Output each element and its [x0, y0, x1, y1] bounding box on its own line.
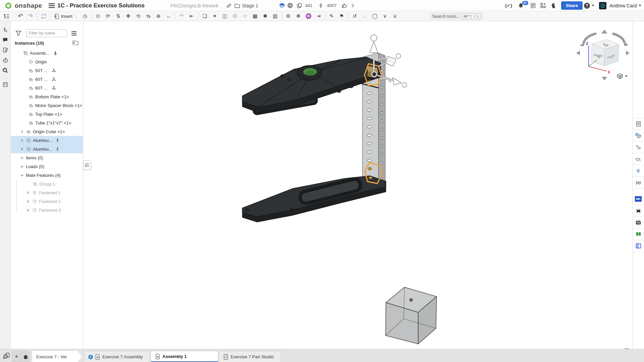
tree-item[interactable]: Items (0) — [11, 153, 83, 162]
split-view-icon[interactable]: ∨ — [380, 12, 390, 20]
list-view-icon[interactable] — [71, 31, 77, 36]
pin-slot-mate-icon[interactable]: ⇆ — [143, 12, 153, 20]
copies-icon[interactable] — [297, 0, 302, 11]
viewcube-arrow-down[interactable] — [602, 77, 607, 81]
tree-item[interactable]: Origin — [11, 57, 83, 66]
dimensions-panel-icon[interactable] — [633, 153, 644, 165]
new-tab-button[interactable]: + — [12, 351, 21, 362]
fastened-mate-icon[interactable]: ⊙ — [93, 12, 103, 20]
document-tab[interactable]: Exercise 7 - Ver — [32, 351, 82, 362]
dots-icon[interactable] — [56, 146, 59, 152]
panel-collapse-handle[interactable] — [83, 160, 91, 170]
origin-cube-part[interactable] — [386, 287, 437, 344]
graphics-viewport[interactable]: Z X Y Top Front Right — [83, 21, 632, 349]
green-book-app-icon[interactable] — [633, 228, 644, 240]
planar-mate-icon[interactable]: ✥ — [123, 12, 133, 20]
named-positions-icon[interactable]: ▥ — [270, 12, 280, 20]
viewcube-arrow-up[interactable] — [601, 30, 607, 34]
slider-mate-icon[interactable]: ⇅ — [113, 12, 123, 20]
help-icon[interactable]: ? — [584, 0, 594, 11]
publication-icon[interactable]: ⚑ — [337, 12, 347, 20]
snap-mode-icon[interactable]: ☞ — [240, 12, 250, 20]
dots-icon[interactable] — [56, 138, 59, 143]
versions-count-icon[interactable] — [319, 0, 323, 11]
mk-app-icon[interactable]: MK — [633, 193, 644, 205]
notifications-bell-icon[interactable]: 9+ — [518, 0, 524, 11]
chevron-right-icon[interactable] — [26, 191, 30, 195]
document-tab[interactable]: iExercise 7 Assembly — [84, 351, 150, 362]
viewcube-arrow-left[interactable] — [576, 51, 580, 55]
relations-icon[interactable]: ⚙ — [283, 12, 293, 20]
top-plate-part[interactable] — [242, 57, 381, 113]
configurations-panel-icon[interactable] — [633, 130, 644, 142]
section-view-icon[interactable]: ↺ — [350, 12, 360, 20]
viewcube-arrow-right[interactable] — [626, 51, 630, 55]
tree-item[interactable]: 50T ... — [11, 66, 83, 75]
tree-item[interactable]: Fastened 2 — [11, 197, 83, 206]
viewcube-rotate-left[interactable] — [584, 34, 596, 43]
tree-item[interactable]: Assemb... — [11, 49, 83, 57]
cylindrical-mate-icon[interactable]: ⟲ — [133, 12, 143, 20]
tree-item[interactable]: Aluminu... — [11, 145, 83, 153]
featurescript-panel-icon[interactable]: {x} — [633, 177, 644, 189]
bottom-plate-part[interactable] — [242, 176, 386, 222]
search-tools[interactable]: Search tools... alt/⌥ c — [430, 12, 483, 20]
gem-app-icon[interactable] — [633, 165, 644, 177]
public-globe-icon[interactable] — [287, 0, 293, 11]
chevron-down-icon[interactable] — [19, 156, 24, 160]
learning-center-icon[interactable] — [551, 0, 557, 11]
update-linked-documents-icon[interactable] — [39, 12, 49, 20]
circular-pattern-icon[interactable]: ⚇ — [230, 12, 240, 20]
derived-panel-icon[interactable] — [633, 142, 644, 153]
document-tab[interactable]: Assembly 1 — [151, 351, 218, 362]
mate-limits-icon[interactable]: ⇤ — [187, 12, 197, 20]
show-mates-icon[interactable]: ◯ — [370, 12, 380, 20]
release-tasks-icon[interactable] — [530, 0, 536, 11]
mate-icon[interactable]: ◷ — [80, 12, 90, 20]
onshape-logo[interactable] — [5, 0, 12, 11]
tree-item[interactable]: 60T ... — [11, 75, 83, 84]
tree-item[interactable]: Loads (0) — [11, 162, 83, 171]
filter-icon[interactable] — [15, 30, 21, 36]
chevron-right-icon[interactable] — [19, 130, 24, 134]
undo-icon[interactable]: ↶ — [15, 12, 26, 20]
tree-item[interactable]: Origin Cube <1> — [11, 127, 83, 136]
viewcube-rotate-right[interactable] — [612, 34, 625, 43]
linear-pattern-icon[interactable]: ◫ — [220, 12, 230, 20]
search-document-icon[interactable] — [1, 66, 9, 74]
structure-tree-toggle-icon[interactable] — [1, 12, 11, 20]
user-avatar[interactable] — [599, 0, 606, 11]
tree-item[interactable]: Bottom Plate <1> — [11, 92, 83, 101]
link-icon[interactable] — [226, 0, 232, 11]
chevron-right-icon[interactable] — [26, 208, 30, 212]
tangent-mate-icon[interactable]: ◠ — [177, 12, 187, 20]
user-name[interactable]: Andrew Card — [609, 0, 641, 11]
tree-item[interactable]: Fastened 3 — [11, 206, 83, 214]
tree-item[interactable]: Top Plate <1> — [11, 110, 83, 118]
action-items-icon[interactable] — [1, 81, 9, 89]
butterfly-app-icon[interactable] — [633, 205, 644, 217]
bom-panel-icon[interactable] — [633, 118, 644, 130]
ball-mate-icon[interactable]: ⊕ — [153, 12, 163, 20]
bill-of-materials-icon[interactable]: ▦ — [250, 12, 260, 20]
apps-icon[interactable] — [540, 0, 546, 11]
create-version-icon[interactable] — [1, 26, 9, 34]
redo-icon[interactable]: ↷ — [26, 12, 36, 20]
group-icon[interactable]: ❏ — [200, 12, 210, 20]
insert-in-context-icon[interactable]: ⇥ — [313, 12, 324, 20]
home-tab-button[interactable] — [21, 351, 30, 362]
share-button[interactable]: Share — [561, 1, 583, 10]
create-drawing-icon[interactable]: ✎ — [327, 12, 337, 20]
chevron-right-icon[interactable] — [19, 139, 24, 142]
filter-input[interactable] — [26, 29, 67, 37]
chevron-down-icon[interactable] — [19, 173, 24, 177]
hide-mates-icon[interactable]: ◌ — [360, 12, 370, 20]
parallel-mate-icon[interactable]: ⇔ — [163, 12, 174, 20]
tree-item[interactable]: Aluminu... — [11, 136, 83, 145]
feedback-code-icon[interactable]: {✓} — [505, 0, 512, 11]
replicate-icon[interactable]: ✶ — [210, 12, 220, 20]
follow-mode-icon[interactable] — [1, 46, 9, 54]
tab-search-icon[interactable] — [3, 352, 10, 360]
revolute-mate-icon[interactable]: ⟳ — [103, 12, 113, 20]
chevron-right-icon[interactable] — [19, 147, 24, 151]
